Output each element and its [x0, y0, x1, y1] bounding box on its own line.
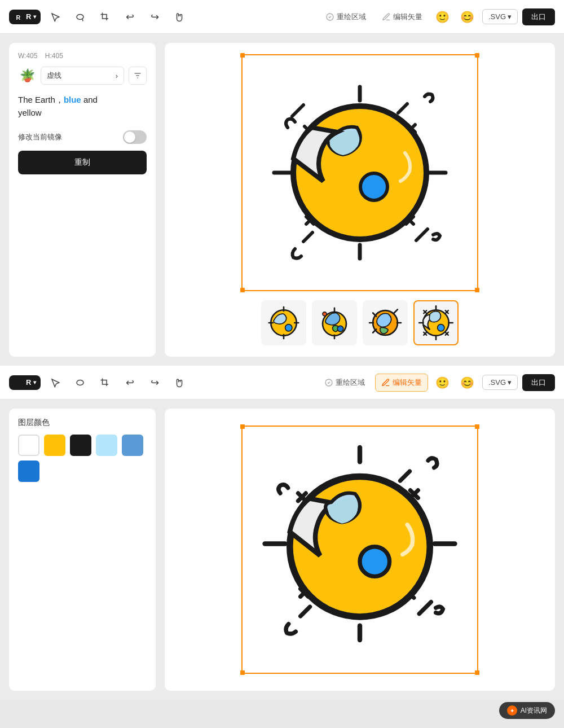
emoji-button-2[interactable]: 😊: [457, 7, 478, 27]
swatch-yellow[interactable]: [44, 435, 65, 456]
svg-dropdown-icon: ▾: [508, 12, 512, 21]
svg-point-57: [77, 380, 83, 385]
bottom-section: 图层颜色: [0, 400, 564, 700]
swatch-white[interactable]: [18, 435, 39, 456]
color-swatches: [18, 435, 147, 482]
canvas-inner: [243, 55, 477, 290]
bottom-export-button[interactable]: 出口: [522, 374, 555, 391]
svg-line-63: [400, 471, 410, 481]
svg-point-2: [77, 14, 83, 19]
svg-line-11: [398, 104, 407, 113]
svg-point-43: [438, 324, 444, 331]
grab-tool-button[interactable]: [169, 7, 190, 27]
bottom-svg-label: .SVG: [488, 378, 506, 387]
undo-button[interactable]: ↩: [120, 7, 140, 27]
logo-dropdown-icon: ▾: [33, 14, 36, 20]
bottom-undo-button[interactable]: ↩: [120, 372, 140, 393]
lasso-tool-button[interactable]: [70, 7, 90, 27]
bottom-corner-handle-bl: [240, 670, 245, 675]
top-canvas-area: [165, 43, 555, 357]
corner-handle-br: [475, 288, 479, 292]
crop-tool-button[interactable]: [95, 7, 115, 27]
layer-color-label: 图层颜色: [18, 418, 147, 428]
top-section: W:405 H:405 🪴 虚线 › The Earth，blue and ye…: [0, 34, 564, 366]
thumbnail-row: [261, 300, 459, 345]
select-tool-button[interactable]: [45, 7, 65, 27]
swatch-black[interactable]: [70, 435, 91, 456]
bottom-svg-dropdown-icon: ▾: [508, 378, 512, 387]
yellow-text: yellow: [18, 108, 42, 117]
bottom-emoji-button-1[interactable]: 🙂: [433, 372, 453, 393]
svg-point-33: [323, 312, 327, 316]
thumbnail-1[interactable]: [261, 300, 306, 345]
reset-button[interactable]: 重制: [18, 151, 147, 174]
svg-point-24: [360, 173, 387, 200]
bottom-logo-label: R: [26, 378, 31, 387]
export-button[interactable]: 出口: [522, 8, 555, 25]
earth-illustration: [258, 71, 461, 274]
svg-text:R: R: [16, 14, 21, 20]
svg-line-64: [301, 607, 310, 616]
modify-mirror-row: 修改当前镜像: [18, 130, 147, 144]
logo-label: R: [26, 12, 31, 21]
bottom-redraw-label: 重绘区域: [336, 378, 365, 388]
bottom-canvas-inner: [243, 427, 477, 673]
plant-icon: 🪴: [18, 67, 36, 85]
footer-badge: ✦ AI资讯网: [499, 702, 555, 719]
style-row: 🪴 虚线 ›: [18, 67, 147, 85]
svg-point-26: [285, 324, 292, 331]
bottom-grab-tool-button[interactable]: [169, 372, 190, 393]
redo-button[interactable]: ↪: [144, 7, 165, 27]
canvas-frame: [241, 54, 478, 291]
svg-line-12: [303, 233, 312, 242]
filter-button[interactable]: [129, 67, 147, 85]
bottom-emoji-button-2[interactable]: 😊: [457, 372, 478, 393]
bottom-logo-dropdown-icon: ▾: [33, 379, 36, 385]
bottom-corner-handle-br: [475, 670, 479, 675]
svg-line-41: [394, 309, 398, 313]
badge-icon: ✦: [507, 705, 517, 716]
bottom-canvas-area: [165, 409, 555, 691]
size-info: W:405 H:405: [18, 52, 147, 60]
svg-point-75: [360, 547, 390, 577]
bottom-edit-vector-button[interactable]: 编辑矢量: [375, 374, 428, 392]
thumbnail-2[interactable]: [312, 300, 357, 345]
edit-vector-button[interactable]: 编辑矢量: [376, 8, 428, 25]
modify-mirror-label: 修改当前镜像: [18, 132, 62, 142]
bottom-redo-button[interactable]: ↪: [144, 372, 165, 393]
redraw-area-button[interactable]: 重绘区域: [320, 8, 372, 25]
top-sidebar: W:405 H:405 🪴 虚线 › The Earth，blue and ye…: [9, 43, 156, 357]
bottom-toolbar: R ▾ ↩ ↪ 重绘区域 编辑矢量 🙂 😊 .SVG ▾ 出口: [0, 366, 564, 400]
height-value: H:405: [45, 52, 63, 60]
bottom-canvas-frame: [241, 426, 478, 674]
swatch-blue[interactable]: [18, 461, 39, 482]
style-label: 虚线: [47, 71, 61, 81]
modify-mirror-toggle[interactable]: [123, 130, 147, 144]
bottom-redraw-area-button[interactable]: 重绘区域: [319, 374, 371, 391]
svg-line-14: [416, 229, 428, 240]
svg-point-32: [337, 326, 343, 332]
thumbnail-4[interactable]: [413, 300, 459, 345]
style-select[interactable]: 虚线 ›: [41, 67, 124, 85]
bottom-select-tool-button[interactable]: [45, 372, 65, 393]
swatch-light-blue[interactable]: [96, 435, 117, 456]
bottom-lasso-tool-button[interactable]: [70, 372, 90, 393]
edit-vector-label: 编辑矢量: [393, 12, 422, 22]
bottom-svg-format-button[interactable]: .SVG ▾: [482, 375, 518, 390]
description-text: The Earth，blue and yellow: [18, 94, 147, 119]
emoji-button-1[interactable]: 🙂: [433, 7, 453, 27]
bottom-earth-illustration: [253, 437, 467, 663]
svg-format-button[interactable]: .SVG ▾: [482, 9, 518, 24]
logo-button[interactable]: R R ▾: [9, 10, 41, 24]
thumbnail-3[interactable]: [363, 300, 408, 345]
redraw-label: 重绘区域: [337, 12, 366, 22]
svg-label: .SVG: [488, 12, 506, 21]
corner-handle-bl: [240, 288, 245, 292]
bottom-crop-tool-button[interactable]: [95, 372, 115, 393]
svg-point-56: [14, 378, 23, 387]
badge-text: AI资讯网: [521, 706, 547, 716]
swatch-medium-blue[interactable]: [122, 435, 143, 456]
bottom-logo-button[interactable]: R ▾: [9, 375, 41, 390]
bottom-sidebar: 图层颜色: [9, 409, 156, 691]
svg-line-65: [419, 602, 431, 614]
